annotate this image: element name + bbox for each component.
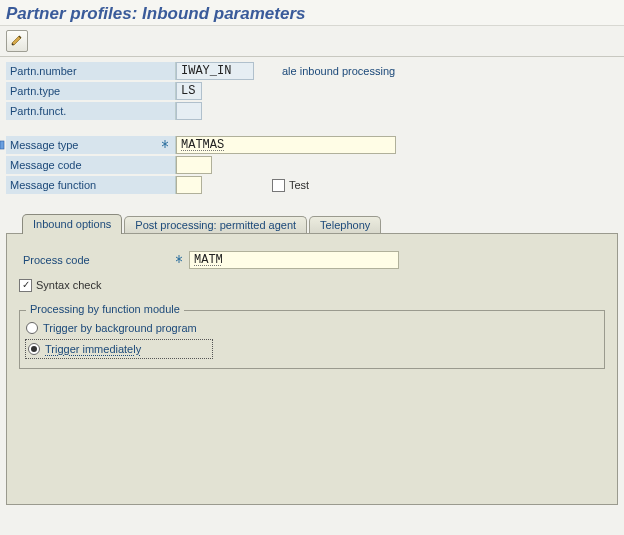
tab-panel-inbound: Process code MATM Syntax check Processin… xyxy=(6,233,618,505)
tabstrip: Inbound options Post processing: permitt… xyxy=(6,213,618,505)
label-message-type-text: Message type xyxy=(10,139,78,151)
label-process-code-text: Process code xyxy=(23,254,90,266)
checkbox-test-label: Test xyxy=(289,179,309,191)
tab-telephony[interactable]: Telephony xyxy=(309,216,381,234)
svg-rect-1 xyxy=(0,141,4,149)
toolbar xyxy=(0,26,624,57)
label-partn-number: Partn.number xyxy=(6,62,176,80)
field-partn-funct xyxy=(176,102,202,120)
tab-header: Inbound options Post processing: permitt… xyxy=(6,213,618,234)
radio-trigger-background-label: Trigger by background program xyxy=(43,322,197,334)
pencil-icon xyxy=(10,33,24,49)
label-process-code: Process code xyxy=(19,250,189,270)
field-message-type-value: MATMAS xyxy=(181,138,224,152)
label-partn-type: Partn.type xyxy=(6,82,176,100)
field-message-type[interactable]: MATMAS xyxy=(176,136,396,154)
checkbox-test-box xyxy=(272,179,285,192)
page-title: Partner profiles: Inbound parameters xyxy=(0,0,624,26)
row-message-type: Message type MATMAS xyxy=(6,135,618,155)
row-message-code: Message code xyxy=(6,155,618,175)
checkbox-syntax-check-box xyxy=(19,279,32,292)
group-processing-by-function-module: Processing by function module Trigger by… xyxy=(19,310,605,369)
label-message-type: Message type xyxy=(6,136,176,154)
tab-post-processing[interactable]: Post processing: permitted agent xyxy=(124,216,307,234)
required-icon xyxy=(174,254,186,266)
row-process-code: Process code MATM xyxy=(19,250,605,270)
tab-inbound-options[interactable]: Inbound options xyxy=(22,214,122,234)
field-message-func[interactable] xyxy=(176,176,202,194)
checkbox-syntax-check-label: Syntax check xyxy=(36,279,101,291)
row-partn-number: Partn.number IWAY_IN ale inbound process… xyxy=(6,61,618,81)
field-message-code[interactable] xyxy=(176,156,212,174)
aux-partn-number: ale inbound processing xyxy=(282,65,395,77)
row-message-func: Message function Test xyxy=(6,175,618,195)
field-partn-number: IWAY_IN xyxy=(176,62,254,80)
radio-trigger-immediately-label: Trigger immediately xyxy=(45,343,141,355)
checkbox-test[interactable]: Test xyxy=(272,179,309,192)
label-partn-funct: Partn.funct. xyxy=(6,102,176,120)
radio-trigger-immediately[interactable]: Trigger immediately xyxy=(26,340,212,358)
row-partn-type: Partn.type LS xyxy=(6,81,618,101)
row-partn-funct: Partn.funct. xyxy=(6,101,618,121)
field-process-code[interactable]: MATM xyxy=(189,251,399,269)
checkbox-syntax-check[interactable]: Syntax check xyxy=(19,279,101,292)
edit-button[interactable] xyxy=(6,30,28,52)
content-area: Partn.number IWAY_IN ale inbound process… xyxy=(0,57,624,511)
required-icon xyxy=(160,139,172,151)
radio-trigger-background-dot xyxy=(26,322,38,334)
field-partn-type: LS xyxy=(176,82,202,100)
label-message-code: Message code xyxy=(6,156,176,174)
radio-trigger-immediately-dot xyxy=(28,343,40,355)
radio-trigger-background[interactable]: Trigger by background program xyxy=(26,319,598,337)
group-legend: Processing by function module xyxy=(26,303,184,315)
field-process-code-value: MATM xyxy=(194,253,223,267)
label-message-func: Message function xyxy=(6,176,176,194)
cursor-marker-icon xyxy=(0,138,6,152)
